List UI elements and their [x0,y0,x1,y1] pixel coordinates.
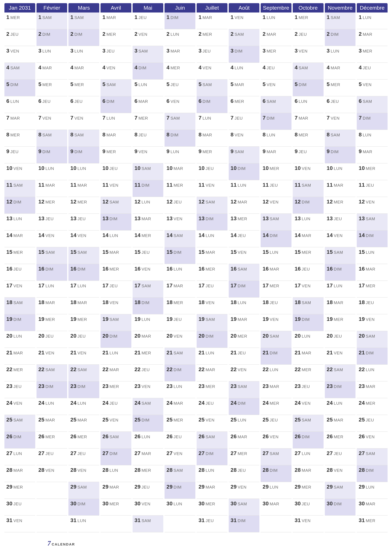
day-cell: 6JEU [325,96,356,113]
day-number: 21 [231,350,237,356]
day-number: 24 [295,400,301,406]
day-cell: 18MAR [36,298,67,314]
day-row: 10VEN10LUN10LUN10JEU10SAM10MAR10JEU10DIM… [4,163,388,180]
day-number: 4 [70,64,73,70]
day-cell: 16VEN [133,264,164,281]
day-abbr: DIM [206,216,214,221]
day-number: 29 [102,484,109,490]
day-abbr: SAM [138,49,148,53]
day-cell: 19VEN [357,314,388,331]
day-abbr: MER [366,166,375,171]
day-number: 22 [327,366,333,372]
day-cell: 4MER [164,63,195,80]
day-abbr: DIM [270,233,278,238]
day-abbr: LUN [45,284,54,288]
day-cell: 8MAR [197,130,228,147]
month-header: Jan 2031 [4,3,35,13]
day-number: 17 [166,282,173,288]
day-abbr: DIM [299,82,307,87]
day-cell: 2SAM [229,29,260,46]
day-number: 5 [231,81,234,87]
day-number: 24 [102,400,109,406]
day-abbr: VEN [206,300,214,305]
day-number: 30 [359,500,365,506]
day-abbr: SAM [142,518,151,523]
day-cell: 5MAR [229,80,260,96]
day-abbr: JEU [45,216,54,221]
day-number: 8 [295,131,298,138]
day-number: 4 [263,64,265,70]
day-number: 25 [359,416,365,423]
day-row: 14MAR14VEN14VEN14LUN14MER14SAM14LUN14JEU… [4,231,388,247]
day-cell: 25JEU [357,415,388,432]
day-abbr: MAR [270,502,279,506]
day-abbr: VEN [14,166,22,171]
day-number: 13 [263,215,269,221]
day-cell: 28VEN [325,465,356,482]
day-cell: 4VEN [100,63,131,80]
day-number: 30 [6,500,13,506]
day-abbr: DIM [202,99,211,104]
day-number: 8 [231,131,234,138]
day-cell: 10JEU [197,163,228,180]
day-abbr: MER [174,418,183,423]
day-cell: 14SAM [164,231,195,247]
day-number: 26 [263,433,269,439]
day-number: 17 [263,282,269,288]
day-row: 6LUN6JEU6JEU6DIM6MAR6VEN6DIM6MER6SAM6LUN… [4,96,388,113]
day-number: 3 [38,48,41,54]
day-abbr: SAM [334,367,343,372]
day-abbr: SAM [299,66,308,70]
day-number: 13 [327,215,333,221]
day-cell: 12MER [68,197,99,214]
day-cell: 4JEU [261,63,292,80]
day-number: 12 [135,198,141,204]
day-abbr: LUN [267,15,275,20]
day-number: 16 [70,266,77,272]
day-number: 8 [70,131,73,138]
day-number: 11 [359,182,365,188]
day-cell: 1MAR [197,13,228,29]
day-cell: 24LUN [68,398,99,415]
day-cell: 5VEN [261,80,292,96]
day-number: 15 [327,249,333,255]
day-cell: 21LUN [100,348,131,365]
day-row: 15MER15SAM15SAM15MAR15JEU15DIM15MAR15VEN… [4,247,388,264]
day-cell: 14LUN [197,231,228,247]
day-number: 11 [327,182,333,188]
day-abbr: JEU [302,502,310,506]
day-cell: 20SAM [357,331,388,348]
day-number: 2 [135,31,137,37]
day-cell: 18MER [164,298,195,314]
day-abbr: VEN [334,351,342,355]
day-abbr: MAR [142,334,151,339]
day-row: 17VEN17LUN17LUN17JEU17SAM17MAR17JEU17DIM… [4,281,388,298]
day-cell: 22JEU [133,365,164,381]
day-cell: 16SAM [229,264,260,281]
day-cell: 7DIM [357,113,388,130]
day-number: 7 [102,115,106,121]
day-abbr: MAR [238,317,247,322]
day-cell: 16MAR [357,264,388,281]
day-abbr: JEU [238,351,246,355]
day-abbr: JEU [110,166,118,171]
day-number: 11 [38,182,45,188]
day-abbr: VEN [45,468,54,473]
day-cell: 3VEN [4,46,35,63]
day-number: 18 [359,299,365,305]
day-number: 10 [70,165,77,171]
day-cell: 1MER [293,13,324,29]
day-number: 1 [166,14,170,20]
day-number: 23 [199,383,205,389]
day-number: 22 [70,366,77,372]
day-abbr: MER [238,216,247,221]
day-number: 21 [70,350,77,356]
day-cell: 16LUN [164,264,195,281]
day-abbr: LUN [202,116,211,121]
day-cell: 13JEU [325,214,356,231]
day-abbr: MER [202,149,212,154]
day-abbr: MAR [331,66,340,70]
day-number: 26 [166,433,173,439]
day-cell: 2DIM [68,29,99,46]
day-number: 1 [327,14,330,20]
